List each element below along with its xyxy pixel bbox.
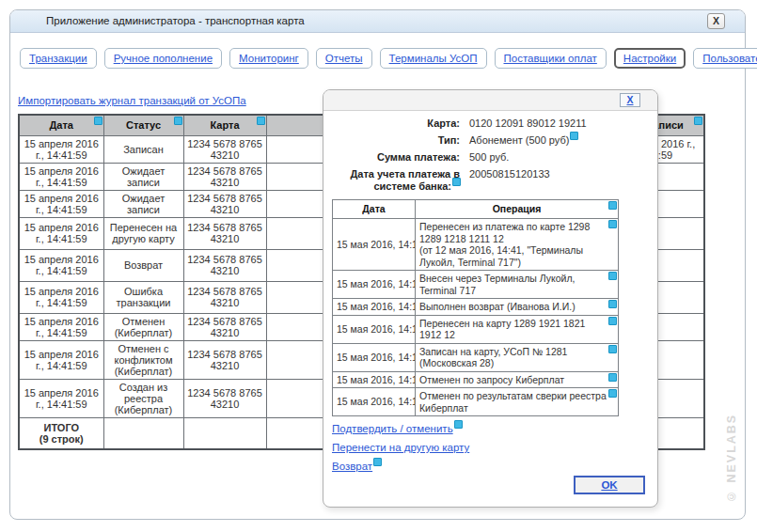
table-cell: 1234 5678 8765 43210 [183,340,266,379]
comment-marker-icon [608,317,617,325]
ops-row: 15 мая 2016, 14:10Внесен через Терминалы… [333,271,619,299]
ops-operation-cell: Перенесен на карту 1289 1921 1821 1912 1… [416,315,619,343]
tab-0[interactable]: Транзакции [20,48,97,69]
comment-marker-icon [694,117,702,125]
field-value: 20050815120133 [469,168,550,193]
dialog-action-link-1[interactable]: Перенести на другую карту [332,442,469,453]
table-cell: 1234 5678 8765 43210 [183,163,266,190]
comment-marker-icon [608,201,617,210]
ops-operation-cell: Перенесен из платежа по карте 1298 1289 … [416,219,619,271]
comment-marker-icon [608,300,617,308]
table-cell: Ожидает записи [103,190,183,217]
table-cell: 1234 5678 8765 43210 [183,313,266,340]
table-cell: Создан из реестра (Киберплат) [103,379,183,417]
table-cell: 15 апреля 2016 г., 14:41:59 [19,190,103,217]
tab-4[interactable]: Терминалы УсОП [380,48,487,69]
comment-marker-icon [570,132,578,140]
column-header-1: Статус [103,115,183,135]
nevlabs-watermark: © NEVLABS [725,409,741,503]
tab-1[interactable]: Ручное пополнение [104,48,222,69]
ops-column-header-label: Дата [362,203,385,214]
table-cell: 15 апреля 2016 г., 14:41:59 [19,249,103,281]
comment-marker-icon [94,117,103,125]
ok-button[interactable]: OK [574,476,645,494]
field-row-2: Сумма платежа:500 руб. [335,151,646,164]
field-value: 0120 12091 89012 19211 [469,117,587,130]
field-value: 500 руб. [469,151,509,164]
table-cell: 1234 5678 8765 43210 [183,379,266,417]
page: Приложение администратора - транспортная… [0,0,757,532]
table-cell: 15 апреля 2016 г., 14:41:59 [19,340,103,379]
ops-date-cell: 15 мая 2016, 14:10 [333,219,416,271]
table-cell: 15 апреля 2016 г., 14:41:59 [19,281,103,313]
import-transactions-link[interactable]: Импортировать журнал транзакций от УсОПа [18,95,246,106]
ops-row: 15 мая 2016, 14:10Выполнен возврат (Иван… [333,299,619,316]
table-cell: 1234 5678 8765 43210 [183,190,266,217]
dialog-action-link-0[interactable]: Подтвердить / отменить [332,423,462,434]
ops-date-cell: 15 мая 2016, 14:10 [333,271,416,299]
field-label: Тип: [335,134,460,147]
ops-date-cell: 15 мая 2016, 14:10 [333,388,416,416]
dialog-titlebar: X [323,90,657,111]
table-cell: Записан [103,135,183,163]
table-cell: Отменен (Киберплат) [103,313,183,340]
window-titlebar: Приложение администратора - транспортная… [10,10,745,33]
operations-table: ДатаОперация15 мая 2016, 14:10Перенесен … [332,199,619,416]
comment-marker-icon [257,117,265,125]
payment-fields: Карта:0120 12091 89012 19211Тип:Абонемен… [335,117,646,193]
comment-marker-icon [608,220,617,228]
table-cell: 1234 5678 8765 43210 [183,249,266,281]
table-cell: 1234 5678 8765 43210 [183,281,266,313]
ops-row: 15 мая 2016, 14:10Отменен по результатам… [333,388,619,416]
tab-bar: ТранзакцииРучное пополнениеМониторингОтч… [20,48,757,69]
table-cell: 15 апреля 2016 г., 14:41:59 [19,313,103,340]
dialog-actions: Подтвердить / отменитьПеренести на другу… [332,423,646,472]
comment-marker-icon [454,420,463,429]
table-cell: 1234 5678 8765 43210 [183,217,266,249]
ops-operation-cell: Отменен по запросу Киберплат [416,371,619,388]
payment-details-dialog: X Карта:0120 12091 89012 19211Тип:Абонем… [323,89,658,508]
ops-row: 15 мая 2016, 14:10Перенесен на карту 128… [333,315,619,343]
tab-6[interactable]: Настройки [614,48,686,69]
dialog-body: Карта:0120 12091 89012 19211Тип:Абонемен… [323,111,657,509]
table-cell: Возврат [103,249,183,281]
window-close-button[interactable]: X [707,13,725,29]
window-title: Приложение администратора - транспортная… [46,15,305,26]
comment-marker-icon [452,178,461,186]
comment-marker-icon [608,272,617,280]
column-header-label: Статус [126,119,161,131]
ops-operation-cell: Выполнен возврат (Иванова И.И.) [416,299,619,316]
ops-operation-cell: Внесен через Терминалы Лукойл, Terminal … [416,271,619,299]
ops-date-cell: 15 мая 2016, 14:10 [333,343,416,371]
field-row-1: Тип:Абонемент (500 руб) [335,134,646,147]
tab-3[interactable]: Отчеты [316,48,372,69]
table-cell: 15 апреля 2016 г., 14:41:59 [19,217,103,249]
ops-column-header-label: Операция [493,203,542,214]
table-cell: Ошибка транзакции [103,281,183,313]
column-header-2: Карта [183,115,266,135]
table-footer-cell [183,417,266,449]
table-cell: Ожидает записи [103,163,183,190]
ops-column-header-0: Дата [333,200,416,219]
ops-row: 15 мая 2016, 14:10Перенесен из платежа п… [333,219,619,271]
table-cell: Перенесен на другую карту [103,217,183,249]
column-header-label: Карта [210,119,239,131]
tab-7[interactable]: Пользователи [693,48,757,69]
ops-column-header-1: Операция [416,200,619,219]
ops-date-cell: 15 мая 2016, 14:10 [333,315,416,343]
comment-marker-icon [373,458,382,466]
ops-row: 15 мая 2016, 14:10Отменен по запросу Киб… [333,371,619,388]
ops-date-cell: 15 мая 2016, 14:10 [333,371,416,388]
table-cell: 15 апреля 2016 г., 14:41:59 [19,379,103,417]
field-value: Абонемент (500 руб) [469,134,577,147]
field-label: Карта: [335,117,460,130]
dialog-action-link-2[interactable]: Возврат [332,461,381,472]
table-cell: 15 апреля 2016 г., 14:41:59 [19,135,103,163]
tab-5[interactable]: Поставщики оплат [495,48,607,69]
field-row-0: Карта:0120 12091 89012 19211 [335,117,646,130]
comment-marker-icon [608,373,617,382]
ops-row: 15 мая 2016, 14:10Записан на карту, УСоП… [333,343,619,371]
ops-operation-cell: Записан на карту, УСоП № 1281 (Московска… [416,343,619,371]
tab-2[interactable]: Мониторинг [229,48,308,69]
dialog-close-button[interactable]: X [620,93,640,107]
